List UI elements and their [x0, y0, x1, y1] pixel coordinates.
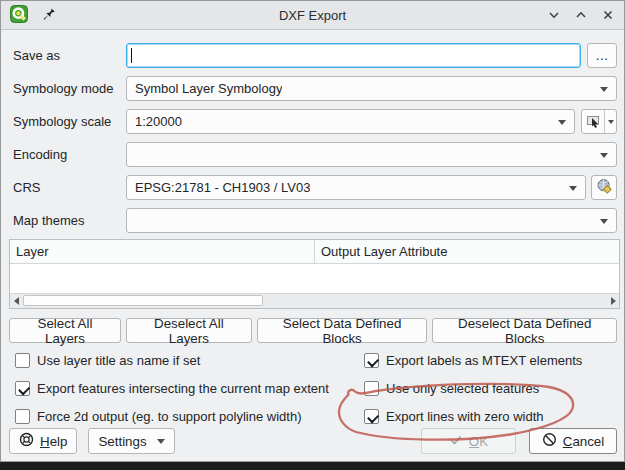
text-caret [131, 48, 132, 63]
export-labels-mtext-checkbox[interactable] [364, 353, 379, 368]
scroll-right-arrow-icon[interactable] [607, 294, 619, 308]
use-layer-title-checkbox[interactable] [15, 353, 30, 368]
export-lines-zero-width-label: Export lines with zero width [386, 409, 544, 424]
chevron-down-icon[interactable] [605, 110, 616, 133]
symbology-mode-select[interactable]: Symbol Layer Symbology [126, 76, 617, 101]
close-window-icon[interactable] [601, 8, 615, 22]
map-extent-pointer-icon [582, 110, 605, 133]
column-header-output-layer-attribute[interactable]: Output Layer Attribute [315, 240, 619, 263]
select-all-layers-button[interactable]: Select All Layers [9, 318, 121, 343]
deselect-all-layers-button[interactable]: Deselect All Layers [126, 318, 252, 343]
cancel-slash-circle-icon [542, 432, 557, 450]
screenshot-stage: DXF Export [0, 0, 625, 470]
help-lifebuoy-icon [19, 432, 34, 450]
layers-table: Layer Output Layer Attribute [9, 239, 620, 309]
qgis-logo-icon [10, 5, 28, 26]
help-label: Help [40, 434, 67, 449]
save-as-input[interactable] [126, 43, 581, 68]
export-features-intersecting-checkbox[interactable] [15, 381, 30, 396]
chevron-down-icon [558, 120, 566, 125]
select-data-defined-blocks-button[interactable]: Select Data Defined Blocks [257, 318, 428, 343]
horizontal-scrollbar[interactable] [10, 293, 619, 308]
map-themes-label: Map themes [13, 213, 126, 228]
symbology-mode-label: Symbology mode [13, 81, 126, 96]
scrollbar-thumb[interactable] [23, 295, 263, 306]
use-layer-title-label: Use layer title as name if set [37, 353, 200, 368]
settings-button[interactable]: Settings [88, 428, 174, 454]
export-labels-mtext-label: Export labels as MTEXT elements [386, 353, 582, 368]
pin-icon[interactable] [42, 6, 56, 24]
title-bar: DXF Export [1, 1, 624, 30]
ok-button[interactable]: OK [421, 428, 516, 454]
symbology-scale-combobox[interactable]: 1:20000 [126, 109, 575, 134]
table-body-empty[interactable] [10, 264, 619, 293]
encoding-select[interactable] [126, 142, 617, 167]
cancel-button[interactable]: Cancel [529, 428, 617, 454]
set-scale-from-canvas-button[interactable] [581, 109, 617, 134]
check-icon [449, 433, 463, 450]
help-button[interactable]: Help [9, 428, 77, 454]
map-themes-select[interactable] [126, 208, 617, 233]
window-title: DXF Export [1, 8, 624, 23]
use-only-selected-features-label: Use only selected features [386, 381, 539, 396]
symbology-scale-label: Symbology scale [13, 114, 126, 129]
browse-button[interactable]: … [587, 43, 617, 68]
crs-label: CRS [13, 180, 126, 195]
export-lines-zero-width-checkbox[interactable] [364, 409, 379, 424]
cancel-label: Cancel [563, 434, 605, 449]
chevron-down-icon [157, 439, 165, 444]
ok-label: OK [469, 434, 488, 449]
export-features-intersecting-label: Export features intersecting the current… [37, 381, 329, 396]
dxf-export-dialog: DXF Export [0, 0, 625, 462]
select-crs-button[interactable] [591, 175, 617, 200]
chevron-down-icon [569, 186, 577, 191]
chevron-down-icon [600, 87, 608, 92]
chevron-down-icon [600, 219, 608, 224]
save-as-label: Save as [13, 48, 126, 63]
scroll-left-arrow-icon[interactable] [10, 294, 22, 308]
crs-select[interactable]: EPSG:21781 - CH1903 / LV03 [126, 175, 586, 200]
globe-crs-icon [596, 178, 613, 198]
encoding-label: Encoding [13, 147, 126, 162]
maximize-window-icon[interactable] [574, 8, 588, 22]
use-only-selected-features-checkbox[interactable] [364, 381, 379, 396]
force-2d-output-checkbox[interactable] [15, 409, 30, 424]
settings-label: Settings [98, 434, 146, 449]
deselect-data-defined-blocks-button[interactable]: Deselect Data Defined Blocks [432, 318, 617, 343]
column-header-layer[interactable]: Layer [10, 240, 315, 263]
chevron-down-icon [600, 153, 608, 158]
table-header-row: Layer Output Layer Attribute [10, 240, 619, 264]
force-2d-output-label: Force 2d output (eg. to support polyline… [37, 409, 301, 424]
shade-window-icon[interactable] [547, 8, 561, 22]
